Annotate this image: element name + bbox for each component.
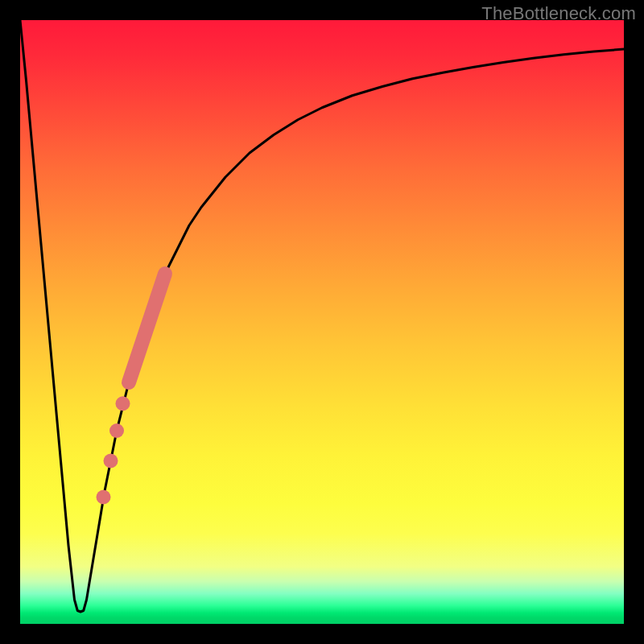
- bottleneck-curve: [20, 20, 624, 612]
- dot-4: [97, 490, 111, 505]
- watermark-label: TheBottleneck.com: [481, 3, 636, 24]
- chart-stage: TheBottleneck.com: [0, 0, 644, 644]
- dot-3: [104, 454, 118, 469]
- dot-2: [109, 423, 124, 438]
- highlight-segment: [129, 274, 165, 382]
- dot-1: [116, 396, 130, 411]
- plot-area: [20, 20, 624, 624]
- chart-svg: [20, 20, 624, 624]
